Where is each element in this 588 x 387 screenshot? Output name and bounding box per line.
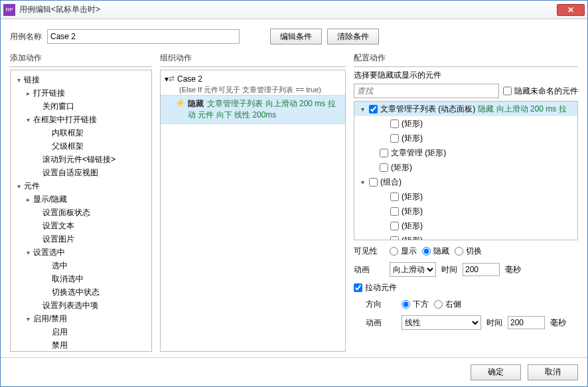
chevron-down-icon[interactable]: ▾ [15,76,23,84]
chevron-down-icon[interactable]: ▾ [24,249,32,256]
pull-animation-select[interactable]: 线性 [402,315,481,330]
tree-item-label: 设置自适应视图 [42,167,98,179]
chevron-right-icon[interactable]: ▸ [24,90,32,97]
action-tree-item[interactable]: ▾元件 [11,179,151,193]
widget-checkbox[interactable] [390,207,399,216]
widget-checkbox[interactable] [380,163,388,172]
action-tree-item[interactable]: 禁用 [11,339,151,352]
widget-checkbox[interactable] [369,105,378,114]
action-tree-item[interactable]: 设置列表选中项 [11,299,151,312]
tree-item-label: 链接 [24,74,40,86]
case-icon: ⇄ [169,74,175,83]
action-node[interactable]: ⚡ 隐藏 文章管理子列表 向上滑动 200 ms 拉动 元件 向下 线性 200… [161,95,345,124]
widget-tree-row[interactable]: (矩形) [354,189,577,204]
action-tree-item[interactable]: 启用 [11,325,151,339]
action-tree-item[interactable]: 父级框架 [11,139,151,153]
tree-item-label: 取消选中 [52,273,84,285]
add-action-header: 添加动作 [10,52,152,67]
action-tree-item[interactable]: 设置面板状态 [11,206,151,219]
pull-time-unit: 毫秒 [550,317,566,329]
action-tree-item[interactable]: ▾链接 [11,73,151,86]
tree-item-label: 滚动到元件<锚链接> [42,154,115,165]
hide-unnamed-checkbox[interactable]: 隐藏未命名的元件 [503,84,578,98]
search-row: 隐藏未命名的元件 [354,84,578,98]
tree-item-label: 在框架中打开链接 [33,114,97,125]
chevron-down-icon[interactable]: ▾ [358,106,366,113]
direction-label: 方向 [366,299,396,310]
widget-tree-row[interactable]: ▾文章管理子列表 (动态面板)隐藏 向上滑动 200 ms 拉 [354,102,577,116]
pull-time-label: 时间 [486,317,502,329]
widget-label: 文章管理子列表 (动态面板) [380,104,475,115]
widget-checkbox[interactable] [380,149,388,157]
case-outline[interactable]: ▾ ⇄ Case 2 (Else If 元件可见于 文章管理子列表 == tru… [160,70,346,352]
widget-tree-row[interactable]: (矩形) [354,160,577,175]
action-tree-item[interactable]: 切换选中状态 [11,285,151,299]
chevron-down-icon[interactable]: ▾ [15,183,23,190]
tree-item-label: 设置文本 [42,220,74,232]
visibility-row: 可见性 显示 隐藏 切换 [354,246,578,257]
action-tree-item[interactable]: 关闭窗口 [11,100,151,113]
widget-checkbox[interactable] [390,222,399,230]
widget-tree-row[interactable]: (矩形) [354,204,577,218]
direction-below-radio[interactable]: 下方 [402,299,429,310]
widget-tree-row[interactable]: (矩形) [354,131,577,145]
widget-checkbox[interactable] [390,134,399,143]
case-node-label: Case 2 [177,74,202,84]
visibility-hide-radio[interactable]: 隐藏 [422,246,449,257]
ok-button[interactable]: 确定 [471,364,521,380]
tree-item-label: 打开链接 [33,88,65,99]
action-tree-item[interactable]: ▾设置选中 [11,246,151,259]
action-tree-item[interactable]: 选中 [11,259,151,272]
cancel-button[interactable]: 取消 [528,364,578,380]
action-tree[interactable]: ▾链接▸打开链接关闭窗口▾在框架中打开链接内联框架父级框架滚动到元件<锚链接>设… [10,70,152,352]
tree-item-label: 父级框架 [52,141,84,152]
widget-checkbox[interactable] [369,178,378,187]
visibility-toggle-radio[interactable]: 切换 [455,246,482,257]
action-tree-item[interactable]: 内联框架 [11,126,151,139]
widget-checkbox[interactable] [390,236,399,241]
tree-item-label: 设置图片 [42,234,74,245]
widget-label: (矩形) [402,133,423,144]
widget-tree-row[interactable]: 文章管理 (矩形) [354,145,577,160]
widget-select-section: 选择要隐藏或显示的元件 隐藏未命名的元件 ▾文章管理子列表 (动态面板)隐藏 向… [354,70,578,240]
action-tree-item[interactable]: 滚动到元件<锚链接> [11,153,151,166]
action-tree-item[interactable]: ▸打开链接 [11,86,151,100]
chevron-down-icon[interactable]: ▾ [358,179,366,186]
action-tree-item[interactable]: 取消选中 [11,272,151,285]
search-input[interactable] [354,84,499,98]
pull-widgets-checkbox[interactable]: 拉动元件 [354,282,578,293]
action-tree-item[interactable]: ▾启用/禁用 [11,312,151,325]
case-node[interactable]: ▾ ⇄ Case 2 [161,73,345,85]
time-input[interactable] [463,263,500,276]
widget-label: (矩形) [402,235,423,241]
action-tree-item[interactable]: 设置图片 [11,232,151,246]
case-name-input[interactable] [47,29,240,44]
direction-right-radio[interactable]: 右侧 [434,299,461,310]
widget-checkbox[interactable] [390,193,399,201]
action-tree-item[interactable]: ▸显示/隐藏 [11,193,151,206]
widget-tree-row[interactable]: (矩形) [354,116,577,131]
edit-condition-button[interactable]: 编辑条件 [270,29,322,44]
action-tree-item[interactable]: ▾在框架中打开链接 [11,113,151,126]
case-name-row: 用例名称 编辑条件 清除条件 [10,29,578,44]
animation-select[interactable]: 向上滑动 [390,262,436,277]
close-button[interactable]: ✕ [557,4,585,16]
widget-checkbox[interactable] [390,119,399,128]
clear-condition-button[interactable]: 清除条件 [327,29,379,44]
tree-item-label: 设置列表选中项 [42,300,98,311]
pull-time-input[interactable] [508,316,545,329]
widget-label: (组合) [380,177,402,188]
tree-item-label: 设置面板状态 [42,207,90,218]
action-tree-item[interactable]: 设置自适应视图 [11,166,151,179]
action-tree-item[interactable]: 设置文本 [11,219,151,232]
chevron-down-icon[interactable]: ▾ [24,116,32,123]
chevron-down-icon[interactable]: ▾ [24,315,32,323]
chevron-right-icon[interactable]: ▸ [24,196,32,203]
widget-tree-row[interactable]: (矩形) [354,218,577,233]
tree-item-label: 显示/隐藏 [33,194,67,205]
widget-tree[interactable]: ▾文章管理子列表 (动态面板)隐藏 向上滑动 200 ms 拉(矩形)(矩形)文… [354,101,578,240]
tree-item-label: 选中 [52,260,68,271]
widget-tree-row[interactable]: (矩形) [354,233,577,240]
visibility-show-radio[interactable]: 显示 [390,246,417,257]
widget-tree-row[interactable]: ▾(组合) [354,175,577,189]
